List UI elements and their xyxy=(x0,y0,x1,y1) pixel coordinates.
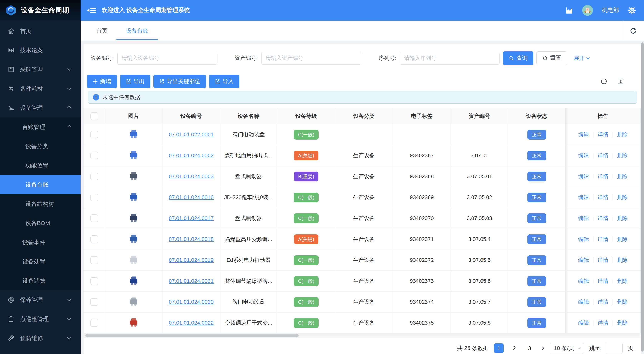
device-code-input[interactable] xyxy=(117,52,217,64)
refresh-page-icon[interactable] xyxy=(630,27,637,35)
search-button[interactable]: 查询 xyxy=(503,52,534,65)
page-button-2[interactable]: 2 xyxy=(510,344,519,353)
row-action-detail[interactable]: 详情 xyxy=(598,132,608,138)
export-button[interactable]: 导出 xyxy=(120,75,150,88)
row-action-delete[interactable]: 删除 xyxy=(617,215,628,221)
sidebar-item-preventive-maintenance[interactable]: 预防维修 xyxy=(0,329,81,348)
row-action-delete[interactable]: 删除 xyxy=(617,278,628,284)
row-action-edit[interactable]: 编辑 xyxy=(578,257,589,263)
page-size-select[interactable]: 10 条/页 xyxy=(550,343,584,354)
row-action-edit[interactable]: 编辑 xyxy=(578,194,589,200)
expand-filters-link[interactable]: 展开 xyxy=(574,54,589,62)
row-action-detail[interactable]: 详情 xyxy=(598,257,608,263)
page-button-3[interactable]: 3 xyxy=(525,344,534,353)
equipment-code-link[interactable]: 07.01.01.024.0019 xyxy=(169,257,214,263)
equipment-code-link[interactable]: 07.01.01.024.0003 xyxy=(169,173,214,179)
row-checkbox[interactable] xyxy=(90,277,98,285)
cell-code: 07.01.01.024.0020 xyxy=(162,292,220,312)
row-action-detail[interactable]: 详情 xyxy=(598,215,608,221)
row-action-delete[interactable]: 删除 xyxy=(617,132,628,138)
sidebar-item-equipment-ledger[interactable]: 设备台账 xyxy=(0,175,81,194)
row-height-icon[interactable] xyxy=(617,78,624,85)
row-action-edit[interactable]: 编辑 xyxy=(578,236,589,242)
sidebar-item-ledger-mgmt[interactable]: 台账管理 xyxy=(0,118,81,137)
asset-code-input[interactable] xyxy=(261,52,361,64)
row-action-edit[interactable]: 编辑 xyxy=(578,215,589,221)
tab-equipment-ledger[interactable]: 设备台账 xyxy=(126,20,148,41)
sidebar-item-tech-archive[interactable]: 技术论案 xyxy=(0,41,81,60)
equipment-code-link[interactable]: 07.01.01.024.0020 xyxy=(169,299,214,305)
row-action-delete[interactable]: 删除 xyxy=(617,194,628,200)
sidebar-item-equipment-category[interactable]: 设备分类 xyxy=(0,137,81,156)
sidebar-item-equipment-mgmt[interactable]: 设备管理 xyxy=(0,98,81,118)
equipment-code-link[interactable]: 07.01.01.024.0017 xyxy=(169,215,214,221)
row-checkbox[interactable] xyxy=(90,214,98,222)
row-action-edit[interactable]: 编辑 xyxy=(578,152,589,158)
row-action-detail[interactable]: 详情 xyxy=(598,236,608,242)
sidebar-item-equipment-disposal[interactable]: 设备处置 xyxy=(0,252,81,271)
sidebar-item-equipment-tree[interactable]: 设备结构树 xyxy=(0,194,81,214)
next-page-icon[interactable] xyxy=(540,346,544,350)
row-action-delete[interactable]: 删除 xyxy=(617,320,628,326)
equipment-code-link[interactable]: 07.01.01.024.0016 xyxy=(169,194,214,200)
settings-gear-icon[interactable] xyxy=(628,6,636,14)
sidebar-item-equipment-transfer[interactable]: 设备调拨 xyxy=(0,271,81,290)
tab-home[interactable]: 首页 xyxy=(96,20,108,41)
import-button[interactable]: 导入 xyxy=(209,75,240,88)
row-action-edit[interactable]: 编辑 xyxy=(578,320,589,326)
sidebar-item-home[interactable]: 首页 xyxy=(0,22,81,41)
sidebar-item-function-location[interactable]: 功能位置 xyxy=(0,156,81,175)
row-action-edit[interactable]: 编辑 xyxy=(578,278,589,284)
row-action-delete[interactable]: 删除 xyxy=(617,173,628,179)
horizontal-scrollbar[interactable] xyxy=(84,334,640,338)
row-checkbox[interactable] xyxy=(90,298,98,306)
row-action-delete[interactable]: 删除 xyxy=(617,152,628,158)
sidebar-item-equipment-bom[interactable]: 设备BOM xyxy=(0,214,81,233)
serial-number-input[interactable] xyxy=(400,52,500,64)
row-action-delete[interactable]: 删除 xyxy=(617,257,628,263)
refresh-table-icon[interactable] xyxy=(600,78,608,85)
vertical-scrollbar[interactable] xyxy=(640,41,644,354)
row-checkbox[interactable] xyxy=(90,235,98,243)
row-checkbox[interactable] xyxy=(90,172,98,180)
row-action-detail[interactable]: 详情 xyxy=(598,173,608,179)
horizontal-scrollbar-thumb[interactable] xyxy=(86,334,298,338)
jump-page-input[interactable] xyxy=(606,343,623,354)
row-action-edit[interactable]: 编辑 xyxy=(578,299,589,305)
equipment-code-link[interactable]: 07.01.01.024.0018 xyxy=(169,236,214,242)
row-checkbox[interactable] xyxy=(90,256,98,264)
equipment-code-link[interactable]: 07.01.01.024.0002 xyxy=(169,152,214,158)
row-checkbox[interactable] xyxy=(90,152,98,159)
equipment-code-link[interactable]: 07.01.01.022.0001 xyxy=(169,132,214,138)
sidebar-item-spare-parts[interactable]: 备件耗材 xyxy=(0,79,81,98)
row-checkbox[interactable] xyxy=(90,131,98,138)
sidebar-item-equipment-event[interactable]: 设备事件 xyxy=(0,233,81,252)
row-action-detail[interactable]: 详情 xyxy=(598,278,608,284)
equipment-code-link[interactable]: 07.01.01.024.0021 xyxy=(169,278,214,284)
vertical-scrollbar-thumb[interactable] xyxy=(641,42,644,352)
row-action-detail[interactable]: 详情 xyxy=(598,194,608,200)
export-key-parts-button[interactable]: 导出关键部位 xyxy=(154,75,206,88)
department-name[interactable]: 机电部 xyxy=(602,6,619,14)
cell-tag: 93402372 xyxy=(393,250,451,271)
row-action-edit[interactable]: 编辑 xyxy=(578,173,589,179)
add-button[interactable]: 新增 xyxy=(87,75,117,88)
dashboard-chart-icon[interactable] xyxy=(565,6,573,14)
sidebar-collapse-icon[interactable] xyxy=(87,6,96,14)
row-action-detail[interactable]: 详情 xyxy=(598,299,608,305)
row-action-detail[interactable]: 详情 xyxy=(598,320,608,326)
row-action-edit[interactable]: 编辑 xyxy=(578,132,589,138)
reset-button[interactable]: 重置 xyxy=(536,52,567,65)
row-action-delete[interactable]: 删除 xyxy=(617,299,628,305)
sidebar-item-maintenance-mgmt[interactable]: 保养管理 xyxy=(0,290,81,310)
select-all-checkbox[interactable] xyxy=(90,112,98,120)
page-button-1[interactable]: 1 xyxy=(494,344,504,353)
row-action-delete[interactable]: 删除 xyxy=(617,236,628,242)
avatar[interactable] xyxy=(582,5,593,16)
equipment-code-link[interactable]: 07.01.01.024.0022 xyxy=(169,320,214,326)
sidebar-item-inspection-mgmt[interactable]: 点巡检管理 xyxy=(0,310,81,329)
row-checkbox[interactable] xyxy=(90,319,98,327)
row-action-detail[interactable]: 详情 xyxy=(598,152,608,158)
row-checkbox[interactable] xyxy=(90,194,98,201)
sidebar-item-procurement[interactable]: 采购管理 xyxy=(0,60,81,79)
